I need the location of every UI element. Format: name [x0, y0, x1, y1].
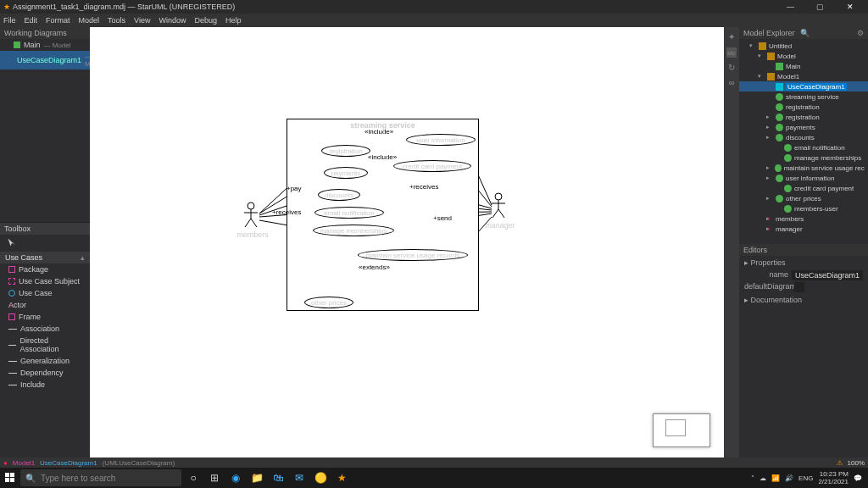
tree-node[interactable]: ▸payments — [739, 122, 868, 132]
close-button[interactable]: ✕ — [835, 3, 865, 11]
tree-node[interactable]: members-user — [739, 203, 868, 214]
tree-node[interactable]: ▾Untitled — [739, 41, 868, 51]
tool-dependency[interactable]: Dependency — [0, 367, 90, 379]
minimize-button[interactable]: — — [776, 3, 805, 11]
md-icon[interactable]: MD — [726, 47, 737, 58]
menu-file[interactable]: File — [3, 16, 16, 25]
tray-cloud-icon[interactable]: ☁ — [760, 474, 766, 482]
explorer-icon[interactable]: 📁 — [248, 469, 266, 487]
tree-node[interactable]: ▾Model — [739, 51, 868, 61]
menu-tools[interactable]: Tools — [108, 16, 125, 25]
svg-line-25 — [492, 209, 498, 218]
usecase-userinfo[interactable]: user information — [406, 134, 476, 146]
warning-icon[interactable]: ⚠ — [837, 459, 843, 467]
tree-node[interactable]: ▾Model1 — [739, 71, 868, 81]
system-tray[interactable]: ˄ ☁ 📶 🔊 ENG 10:23 PM 2/21/2021 💬 — [751, 470, 865, 485]
tree-node[interactable]: streaming service — [739, 92, 868, 102]
tree-node[interactable]: ▸other prices — [739, 193, 868, 203]
menu-view[interactable]: View — [134, 16, 150, 25]
tool-association[interactable]: Association — [0, 323, 90, 335]
tree-node[interactable]: ▸♀members — [739, 214, 868, 224]
titlebar: ★ Assignment1_task1_diagram.mdj — StarUM… — [0, 0, 868, 14]
menu-format[interactable]: Format — [46, 16, 70, 25]
usecase-payments[interactable]: payments — [324, 167, 368, 179]
usecase-otherprices[interactable]: other prices — [304, 297, 353, 308]
actor-manager-label: manager — [485, 221, 515, 230]
taskview-icon[interactable]: ⊞ — [205, 469, 224, 487]
tree-node[interactable]: manage memberships — [739, 152, 868, 163]
uc-icon — [784, 185, 792, 192]
cortana-icon[interactable]: ○ — [184, 469, 203, 487]
extension-icon[interactable]: ✦ — [726, 32, 737, 42]
tree-node[interactable]: ▸user information — [739, 173, 868, 183]
app-icon: ★ — [3, 3, 10, 11]
menu-edit[interactable]: Edit — [25, 16, 38, 25]
tool-subject[interactable]: Use Case Subject — [0, 275, 90, 287]
staruml-task-icon[interactable]: ★ — [332, 469, 351, 487]
tree-node[interactable]: UseCaseDiagram1 — [739, 81, 868, 92]
tree-node[interactable]: registration — [739, 102, 868, 112]
toolbox-select-tool[interactable] — [0, 235, 90, 252]
toolbox-category[interactable]: Use Cases▴ — [0, 252, 90, 263]
prop-name-row: name UseCaseDiagram1 — [739, 269, 868, 281]
tool-package[interactable]: Package — [0, 263, 90, 275]
documentation-section[interactable]: ▸ Documentation — [739, 293, 868, 307]
working-diagram-usecase[interactable]: UseCaseDiagram1 — Model1 — [0, 51, 90, 69]
tool-generalization[interactable]: Generalization — [0, 355, 90, 367]
maximize-button[interactable]: ▢ — [805, 3, 835, 11]
tool-frame[interactable]: Frame — [0, 311, 90, 323]
tool-usecase[interactable]: Use Case — [0, 287, 90, 299]
store-icon[interactable]: 🛍 — [269, 469, 287, 487]
notifications-icon[interactable]: 💬 — [854, 474, 862, 482]
prop-default-checkbox[interactable] — [794, 282, 804, 292]
svg-rect-30 — [10, 478, 14, 482]
taskbar-search[interactable]: 🔍 Type here to search — [20, 469, 181, 486]
tree-node[interactable]: Main — [739, 61, 868, 71]
tree-node[interactable]: ▸maintain service usage records — [739, 163, 868, 173]
menu-model[interactable]: Model — [79, 16, 100, 25]
toolbox-header: Toolbox — [0, 222, 90, 235]
tool-include[interactable]: Include — [0, 379, 90, 391]
menu-window[interactable]: Window — [159, 16, 186, 25]
refresh-icon[interactable]: ↻ — [726, 63, 737, 73]
mail-icon[interactable]: ✉ — [290, 469, 309, 487]
model-icon — [767, 53, 775, 60]
actor-members[interactable]: members — [242, 202, 263, 230]
model-tree[interactable]: ▾Untitled▾ModelMain▾Model1UseCaseDiagram… — [739, 39, 868, 236]
tray-volume-icon[interactable]: 🔊 — [785, 474, 793, 482]
canvas-area[interactable]: streaming service user information regis… — [90, 27, 724, 458]
uc-icon — [775, 164, 782, 172]
tree-node[interactable]: credit card payment — [739, 183, 868, 193]
tree-node[interactable]: ▸♀manager — [739, 224, 868, 234]
tool-actor[interactable]: ♀Actor — [0, 299, 90, 311]
usecase-emailnotif[interactable]: email notification — [314, 207, 384, 219]
tree-node[interactable]: ▸registration — [739, 112, 868, 122]
tray-chevron-icon[interactable]: ˄ — [751, 474, 754, 482]
start-button[interactable] — [3, 470, 18, 485]
properties-section[interactable]: ▸ Properties — [739, 256, 868, 269]
menu-debug[interactable]: Debug — [194, 16, 217, 25]
gear-icon[interactable]: ⚙ — [857, 29, 864, 37]
tray-lang[interactable]: ENG — [798, 474, 813, 482]
tree-node[interactable]: email notification — [739, 142, 868, 152]
chrome-icon[interactable]: 🟡 — [311, 469, 330, 487]
usecase-registration[interactable]: registration — [321, 145, 370, 157]
tray-wifi-icon[interactable]: 📶 — [771, 474, 780, 482]
usecase-discounts[interactable]: discounts — [318, 189, 360, 201]
usecase-creditcard[interactable]: credit card payment — [393, 160, 471, 172]
status-kind: (UMLUseCaseDiagram) — [103, 459, 175, 467]
edge-icon[interactable]: ◉ — [226, 469, 245, 487]
clock[interactable]: 10:23 PM 2/21/2021 — [818, 470, 849, 485]
working-diagram-main[interactable]: Main — Model — [0, 39, 90, 51]
menu-help[interactable]: Help — [225, 16, 242, 25]
tree-node[interactable]: ▸discounts — [739, 132, 868, 142]
actor-manager[interactable]: manager — [490, 192, 510, 221]
usecase-maintain[interactable]: maintain service usage records — [358, 249, 468, 261]
minimap[interactable] — [653, 413, 710, 447]
share-icon[interactable]: ∞ — [726, 78, 737, 88]
usecase-manage[interactable]: manage memberships — [313, 225, 394, 236]
tool-directed-association[interactable]: Directed Association — [0, 335, 90, 355]
prop-name-input[interactable]: UseCaseDiagram1 — [792, 270, 863, 280]
search-icon[interactable]: 🔍 — [800, 29, 810, 37]
zoom-level[interactable]: 100% — [848, 459, 865, 467]
